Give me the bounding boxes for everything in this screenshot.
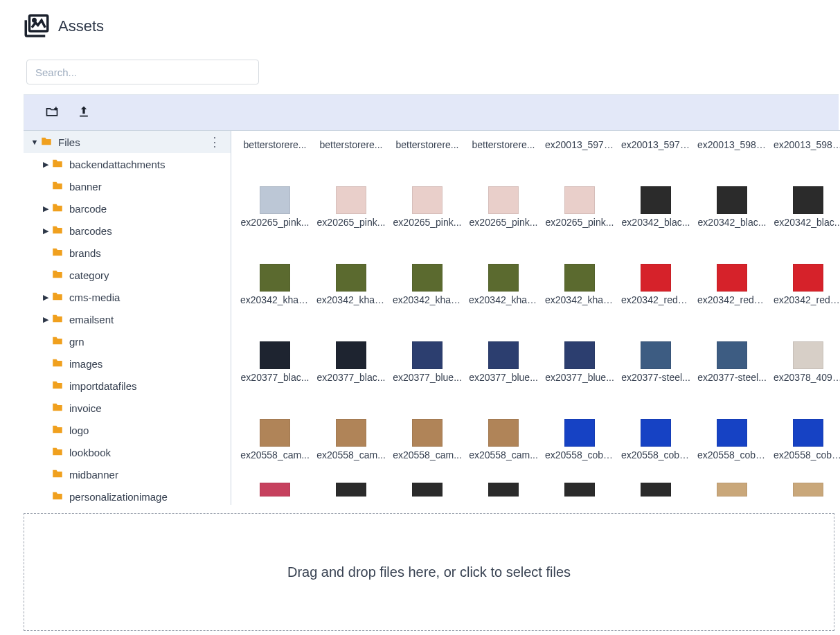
- asset-cell[interactable]: ex20342_khak...: [542, 236, 618, 314]
- caret-right-icon[interactable]: ▶: [40, 160, 51, 169]
- asset-label: ex20558_cam...: [240, 449, 310, 460]
- tree-item-images[interactable]: images: [24, 352, 231, 375]
- dropzone-text: Drag and drop files here, or click to se…: [287, 564, 571, 580]
- tree-item-barcode[interactable]: ▶barcode: [24, 197, 231, 220]
- tree-item-grn[interactable]: grn: [24, 330, 231, 352]
- asset-label: ex20342_khak...: [545, 294, 614, 305]
- asset-cell[interactable]: ex20342_blac...: [618, 159, 694, 236]
- upload-button[interactable]: [77, 105, 91, 120]
- tree-item-personalizationimage[interactable]: personalizationimage: [24, 485, 231, 505]
- asset-cell[interactable]: ex20377_blac...: [237, 314, 313, 391]
- asset-label: betterstorere...: [472, 139, 535, 150]
- asset-cell[interactable]: ex20342_khak...: [389, 236, 465, 314]
- asset-cell[interactable]: ex20342_khak...: [237, 236, 313, 314]
- asset-cell[interactable]: ex20013_5977...: [542, 136, 618, 159]
- asset-cell[interactable]: ex20558_coba...: [694, 391, 770, 469]
- asset-label: ex20013_5981...: [697, 139, 767, 150]
- caret-right-icon[interactable]: ▶: [40, 293, 51, 302]
- asset-cell[interactable]: ex20558_cam...: [313, 391, 389, 469]
- tree-item-banner[interactable]: banner: [24, 175, 231, 197]
- tree-item-label: category: [69, 269, 225, 281]
- tree-item-lookbook[interactable]: lookbook: [24, 441, 231, 463]
- asset-cell[interactable]: ex20342_red_...: [694, 236, 770, 314]
- tree-item-cms-media[interactable]: ▶cms-media: [24, 286, 231, 308]
- folder-icon: [51, 179, 69, 194]
- caret-right-icon[interactable]: ▶: [40, 226, 51, 235]
- asset-cell[interactable]: ex20377_blue...: [465, 314, 542, 391]
- folder-icon: [51, 490, 69, 504]
- caret-right-icon[interactable]: ▶: [40, 204, 51, 213]
- asset-cell[interactable]: [389, 469, 465, 505]
- tree-item-label: backendattachments: [69, 159, 225, 170]
- asset-cell[interactable]: ex20342_blac...: [694, 159, 770, 236]
- search-input[interactable]: [26, 60, 259, 84]
- asset-cell[interactable]: ex20013_5979...: [618, 136, 694, 159]
- tree-item-logo[interactable]: logo: [24, 419, 231, 441]
- asset-cell[interactable]: ex20558_coba...: [542, 391, 618, 469]
- tree-item-barcodes[interactable]: ▶barcodes: [24, 220, 231, 242]
- tree-item-label: barcode: [69, 203, 225, 215]
- asset-cell[interactable]: ex20013_5983...: [770, 136, 840, 159]
- caret-right-icon[interactable]: ▶: [40, 315, 51, 324]
- asset-label: ex20558_coba...: [697, 449, 767, 460]
- asset-cell[interactable]: [465, 469, 542, 505]
- more-vert-icon[interactable]: ⋮: [204, 134, 225, 150]
- dropzone[interactable]: Drag and drop files here, or click to se…: [24, 513, 834, 631]
- tree-item-midbanner[interactable]: midbanner: [24, 463, 231, 485]
- asset-cell[interactable]: ex20378_4099...: [770, 314, 840, 391]
- asset-cell[interactable]: [542, 469, 618, 505]
- asset-cell[interactable]: betterstorere...: [237, 136, 313, 159]
- tree-item-importdatafiles[interactable]: importdatafiles: [24, 375, 231, 397]
- asset-cell[interactable]: ex20342_khak...: [313, 236, 389, 314]
- asset-cell[interactable]: betterstorere...: [313, 136, 389, 159]
- asset-cell[interactable]: ex20342_khak...: [465, 236, 542, 314]
- asset-label: ex20342_khak...: [316, 294, 386, 305]
- tree-item-label: banner: [69, 181, 225, 193]
- asset-cell[interactable]: ex20265_pink...: [542, 159, 618, 236]
- asset-cell[interactable]: betterstorere...: [465, 136, 542, 159]
- asset-cell[interactable]: ex20558_cam...: [237, 391, 313, 469]
- asset-cell[interactable]: ex20558_coba...: [618, 391, 694, 469]
- tree-item-brands[interactable]: brands: [24, 242, 231, 264]
- asset-cell[interactable]: ex20342_red_...: [770, 236, 840, 314]
- asset-cell[interactable]: ex20558_cam...: [465, 391, 542, 469]
- asset-cell[interactable]: ex20558_coba...: [770, 391, 840, 469]
- asset-cell[interactable]: ex20265_pink...: [389, 159, 465, 236]
- tree-item-invoice[interactable]: invoice: [24, 397, 231, 419]
- new-folder-button[interactable]: [45, 105, 59, 120]
- tree-item-backendattachments[interactable]: ▶backendattachments: [24, 153, 231, 175]
- asset-cell[interactable]: [618, 469, 694, 505]
- asset-label: ex20342_blac...: [622, 217, 690, 228]
- asset-cell[interactable]: ex20342_blac...: [770, 159, 840, 236]
- asset-cell[interactable]: ex20558_cam...: [389, 391, 465, 469]
- caret-down-icon[interactable]: ▼: [29, 138, 40, 146]
- asset-label: ex20342_red_...: [621, 294, 690, 305]
- tree-root-files[interactable]: ▼ Files ⋮: [24, 131, 231, 153]
- asset-thumbnail: [564, 341, 595, 369]
- asset-cell[interactable]: ex20377_blue...: [542, 314, 618, 391]
- folder-icon: [51, 357, 69, 371]
- asset-cell[interactable]: ex20265_pink...: [465, 159, 542, 236]
- asset-label: ex20342_blac...: [698, 217, 767, 228]
- asset-cell[interactable]: ex20377_blac...: [313, 314, 389, 391]
- asset-label: ex20342_khak...: [240, 294, 310, 305]
- asset-label: ex20558_cam...: [316, 449, 386, 460]
- asset-thumbnail: [412, 483, 443, 497]
- asset-cell[interactable]: [770, 469, 840, 505]
- asset-cell[interactable]: [313, 469, 389, 505]
- asset-cell[interactable]: ex20265_pink...: [237, 159, 313, 236]
- asset-cell[interactable]: ex20377-steel...: [694, 314, 770, 391]
- asset-cell[interactable]: betterstorere...: [389, 136, 465, 159]
- tree-item-label: personalizationimage: [69, 491, 225, 503]
- asset-cell[interactable]: ex20377_blue...: [389, 314, 465, 391]
- tree-item-emailsent[interactable]: ▶emailsent: [24, 308, 231, 330]
- asset-cell[interactable]: ex20342_red_...: [618, 236, 694, 314]
- asset-cell[interactable]: ex20013_5981...: [694, 136, 770, 159]
- tree-item-category[interactable]: category: [24, 264, 231, 286]
- asset-cell[interactable]: [694, 469, 770, 505]
- asset-cell[interactable]: ex20377-steel...: [618, 314, 694, 391]
- asset-thumbnail: [336, 186, 366, 214]
- asset-label: ex20558_cam...: [393, 449, 462, 460]
- asset-cell[interactable]: ex20265_pink...: [313, 159, 389, 236]
- asset-cell[interactable]: [237, 469, 313, 505]
